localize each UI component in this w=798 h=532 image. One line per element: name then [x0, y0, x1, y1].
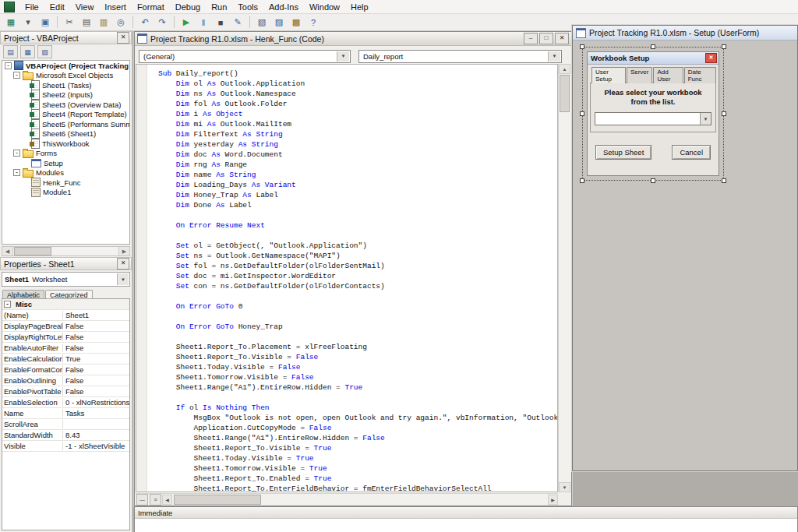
scroll-up-icon[interactable]: ▲: [559, 64, 570, 74]
code-editor[interactable]: Sub Daily_report() Dim ol As Outlook.App…: [136, 64, 558, 492]
tree-item-sheet2-inputs[interactable]: Sheet2 (Inputs): [2, 90, 129, 100]
reset-icon[interactable]: ■: [213, 15, 228, 30]
menu-window[interactable]: Window: [304, 2, 345, 12]
resize-handle[interactable]: [651, 178, 655, 183]
procedure-dropdown[interactable]: Daily_report ▼: [358, 50, 562, 63]
menu-file[interactable]: File: [19, 2, 44, 12]
full-module-view-button[interactable]: ≡: [150, 494, 161, 506]
property-row-displaypagebreaks[interactable]: DisplayPageBreaksFalse: [2, 321, 129, 332]
resize-handle[interactable]: [722, 111, 726, 116]
form-button-setup-sheet[interactable]: Setup Sheet: [595, 145, 651, 160]
scroll-down-icon[interactable]: ▼: [559, 482, 570, 492]
find-icon[interactable]: ◎: [113, 15, 129, 30]
menu-debug[interactable]: Debug: [170, 2, 206, 12]
dropdown-arrow-icon[interactable]: ▼: [700, 113, 711, 125]
tree-item-sheet4-report-template[interactable]: Sheet4 (Report Template): [2, 110, 129, 120]
resize-handle[interactable]: [580, 178, 584, 183]
vscroll-thumb[interactable]: [560, 75, 570, 112]
toolbox-icon[interactable]: ▩: [288, 15, 304, 30]
tree-folder-microsoft-excel-objects[interactable]: -Microsoft Excel Objects: [2, 71, 129, 81]
help-icon[interactable]: ?: [305, 15, 321, 30]
tree-folder-modules[interactable]: -Modules: [2, 168, 129, 178]
scroll-left-icon[interactable]: ◀: [2, 247, 13, 255]
menu-format[interactable]: Format: [132, 2, 170, 12]
tree-item-henk-func[interactable]: Henk_Func: [2, 178, 129, 188]
menu-insert[interactable]: Insert: [99, 2, 132, 12]
properties-object-selector[interactable]: Sheet1 Worksheet ▼: [2, 272, 130, 287]
maximize-icon[interactable]: □: [539, 33, 553, 44]
design-mode-icon[interactable]: ✎: [230, 15, 245, 30]
property-row-enableautofilter[interactable]: EnableAutoFilterFalse: [2, 343, 129, 354]
copy-icon[interactable]: ▤: [79, 15, 94, 30]
project-panel-close-button[interactable]: ✕: [117, 32, 129, 44]
property-row-enableoutlining[interactable]: EnableOutliningFalse: [2, 375, 129, 386]
property-row-visible[interactable]: Visible-1 - xlSheetVisible: [2, 441, 129, 452]
form-close-icon[interactable]: ✕: [705, 53, 717, 63]
object-dropdown[interactable]: (General) ▼: [139, 50, 351, 63]
property-row-enablecalculation[interactable]: EnableCalculationTrue: [2, 354, 129, 365]
tree-item-thisworkbook[interactable]: ThisWorkbook: [2, 139, 129, 149]
code-text[interactable]: Sub Daily_report() Dim ol As Outlook.App…: [147, 65, 557, 491]
minimize-icon[interactable]: –: [524, 33, 538, 44]
menu-run[interactable]: Run: [206, 2, 232, 12]
tree-item-sheet6-sheet1[interactable]: Sheet6 (Sheet1): [2, 129, 129, 139]
view-dropdown-arrow-icon[interactable]: ▾: [20, 15, 36, 30]
paste-icon[interactable]: ▥: [96, 15, 111, 30]
form-button-cancel[interactable]: Cancel: [672, 145, 711, 160]
property-row-standardwidth[interactable]: StandardWidth8.43: [2, 430, 129, 441]
form-tab-date-func[interactable]: Date Func: [684, 67, 716, 83]
menu-add-ins[interactable]: Add-Ins: [263, 2, 304, 12]
toggle-folders-icon[interactable]: ▧: [37, 45, 52, 58]
expand-collapse-icon[interactable]: -: [4, 301, 11, 308]
resize-handle[interactable]: [722, 178, 726, 183]
code-margin-indicator-bar[interactable]: [136, 65, 147, 491]
resize-handle[interactable]: [580, 44, 584, 49]
hscroll-thumb[interactable]: [14, 247, 51, 255]
cut-icon[interactable]: ✂: [62, 15, 77, 30]
view-object-icon[interactable]: ▦: [20, 45, 35, 58]
workbook-setup-form[interactable]: Workbook Setup ✕ User SetupServerAdd Use…: [587, 51, 719, 176]
resize-handle[interactable]: [722, 44, 726, 49]
resize-handle[interactable]: [580, 111, 584, 116]
property-row-enablepivottable[interactable]: EnablePivotTableFalse: [2, 386, 129, 397]
project-explorer-icon[interactable]: ▧: [254, 15, 270, 30]
dropdown-arrow-icon[interactable]: ▼: [548, 51, 560, 62]
menu-view[interactable]: View: [70, 2, 100, 12]
property-row-enableformatconditi[interactable]: EnableFormatConditiFalse: [2, 365, 129, 375]
property-category-row[interactable]: -Misc: [2, 299, 129, 310]
tree-item-sheet5-performans-summary[interactable]: Sheet5 (Performans Summary): [2, 119, 129, 129]
scroll-right-icon[interactable]: ▶: [548, 495, 558, 505]
save-icon[interactable]: ▣: [37, 15, 53, 30]
workbook-combobox[interactable]: ▼: [595, 112, 711, 125]
scroll-right-icon[interactable]: ▶: [118, 247, 129, 255]
tree-item-sheet1-tasks[interactable]: Sheet1 (Tasks): [2, 80, 129, 90]
property-row-name[interactable]: NameTasks: [2, 408, 129, 419]
resize-handle[interactable]: [651, 44, 655, 49]
menu-help[interactable]: Help: [345, 2, 374, 12]
procedure-view-button[interactable]: —: [136, 494, 148, 506]
break-icon[interactable]: ‖: [196, 15, 211, 30]
tree-item-module1[interactable]: Module1: [2, 188, 129, 198]
property-row-scrollarea[interactable]: ScrollArea: [2, 419, 129, 430]
tree-root-project[interactable]: -VBAProject (Project Tracking R1: [2, 61, 129, 71]
menu-edit[interactable]: Edit: [44, 2, 70, 12]
immediate-window-titlebar[interactable]: Immediate: [135, 507, 797, 519]
expand-collapse-icon[interactable]: -: [13, 150, 20, 157]
tree-folder-forms[interactable]: -Forms: [2, 149, 129, 159]
form-titlebar[interactable]: Workbook Setup ✕: [588, 52, 719, 65]
menu-tools[interactable]: Tools: [232, 2, 263, 12]
redo-icon[interactable]: ↷: [154, 15, 170, 30]
tree-item-sheet3-overview-data[interactable]: Sheet3 (Overview Data): [2, 100, 129, 110]
expand-collapse-icon[interactable]: -: [13, 72, 20, 79]
form-tab-server[interactable]: Server: [627, 67, 653, 83]
scroll-left-icon[interactable]: ◀: [162, 495, 172, 505]
form-tab-add-user[interactable]: Add User: [653, 67, 683, 83]
undo-icon[interactable]: ↶: [137, 15, 153, 30]
dropdown-arrow-icon[interactable]: ▼: [337, 51, 349, 62]
code-vertical-scrollbar[interactable]: ▲ ▼: [558, 64, 570, 492]
property-row-displayrighttoleft[interactable]: DisplayRightToLeftFalse: [2, 332, 129, 343]
project-tree-hscrollbar[interactable]: ◀ ▶: [2, 246, 130, 256]
expand-collapse-icon[interactable]: -: [5, 62, 12, 69]
properties-panel-close-button[interactable]: ✕: [117, 258, 129, 270]
close-icon[interactable]: ✕: [555, 33, 569, 44]
